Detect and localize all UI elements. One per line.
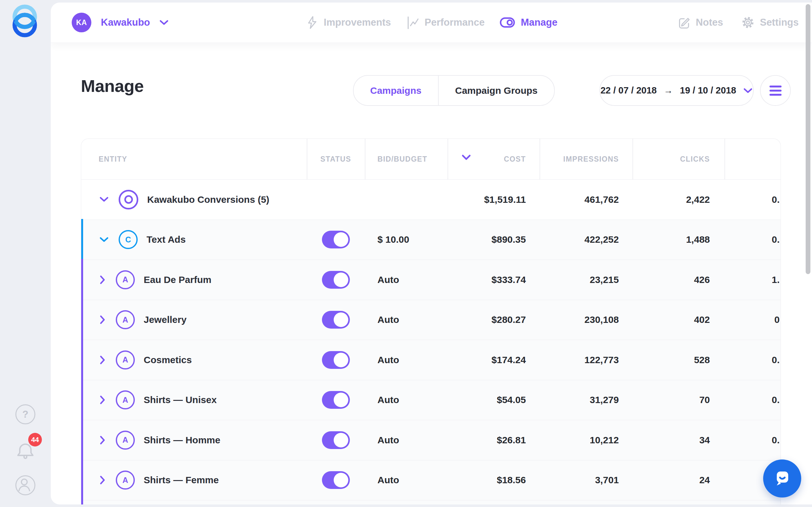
- selected-campaign-accent: [81, 219, 83, 259]
- hamburger-icon: [769, 86, 781, 88]
- extra-value: 1.: [724, 260, 780, 300]
- date-range-picker[interactable]: 22 / 07 / 2018 → 19 / 10 / 2018: [600, 75, 754, 106]
- cost-value: $26.81: [448, 420, 540, 460]
- table-row[interactable]: A Cosmetics Auto $174.24 122,773 528 0.: [81, 340, 780, 380]
- account-name: Kawakubo: [101, 17, 150, 28]
- impressions-value: 23,215: [540, 260, 632, 300]
- bid-value: Auto: [365, 300, 448, 340]
- clicks-value: 528: [632, 340, 724, 380]
- collapse-chevron-icon[interactable]: [100, 237, 108, 243]
- main-panel: KA Kawakubo Improvements: [51, 3, 812, 504]
- table-row[interactable]: A Jewellery Auto $280.27 230,108 402 0: [81, 300, 780, 340]
- adgroup-icon: A: [116, 310, 135, 329]
- extra-value: 0.: [724, 420, 780, 460]
- app-window: ? 44 KA Kawakubo: [0, 0, 812, 507]
- expand-chevron-icon[interactable]: [100, 275, 106, 284]
- entity-name: Shirts — Femme: [144, 475, 219, 486]
- bid-value: Auto: [365, 460, 448, 500]
- nav-actions: Notes Settings: [677, 15, 799, 30]
- adgroup-icon: A: [116, 270, 135, 289]
- status-toggle[interactable]: [322, 231, 350, 248]
- clicks-value: 426: [632, 260, 724, 300]
- table-row[interactable]: A Shirts — Homme Auto $26.81 10,212 34 0…: [81, 420, 780, 460]
- profile-button[interactable]: [15, 475, 36, 495]
- impressions-value: 31,279: [540, 380, 632, 420]
- tab-label: Improvements: [324, 17, 391, 28]
- impressions-value: 122,773: [540, 340, 632, 380]
- toggle-campaigns[interactable]: Campaigns: [354, 76, 438, 105]
- bid-value: Auto: [365, 340, 448, 380]
- status-toggle[interactable]: [322, 311, 350, 329]
- impressions-value: 422,252: [540, 220, 632, 260]
- help-button[interactable]: ?: [15, 404, 36, 424]
- cost-value: $890.35: [448, 220, 540, 260]
- tab-manage[interactable]: Manage: [499, 16, 557, 29]
- table-row[interactable]: A Shirts — Femme Auto $18.56 3,701 24: [81, 460, 780, 500]
- table-row[interactable]: A Shirts — Unisex Auto $54.05 31,279 70 …: [81, 380, 780, 420]
- impressions-value: 230,108: [540, 300, 632, 340]
- avatar: KA: [72, 13, 91, 32]
- chat-widget-button[interactable]: [763, 459, 801, 498]
- cost-value: $54.05: [448, 380, 540, 420]
- adgroup-icon: A: [116, 431, 135, 450]
- notifications-button[interactable]: 44: [15, 441, 36, 461]
- status-toggle[interactable]: [322, 471, 350, 489]
- expand-chevron-icon[interactable]: [100, 315, 106, 324]
- col-status: STATUS: [307, 139, 365, 179]
- toggle-campaign-groups[interactable]: Campaign Groups: [439, 76, 554, 105]
- tab-label: Manage: [521, 17, 557, 28]
- entity-name: Kawakubo Conversions (5): [147, 194, 269, 205]
- clicks-value: 24: [632, 460, 724, 500]
- table-row[interactable]: [81, 500, 780, 504]
- entity-name: Shirts — Unisex: [144, 395, 217, 405]
- account-switcher[interactable]: KA Kawakubo: [72, 13, 168, 32]
- table-row[interactable]: Kawakubo Conversions (5) $1,519.11 461,7…: [81, 179, 780, 220]
- bid-value: Auto: [365, 380, 448, 420]
- expand-chevron-icon[interactable]: [100, 436, 106, 445]
- toggle-icon: [499, 16, 516, 29]
- notes-pencil-icon: [677, 15, 691, 30]
- notes-button[interactable]: Notes: [677, 15, 723, 30]
- bid-value: [365, 180, 448, 220]
- table-row[interactable]: C Text Ads $ 10.00 $890.35 422,252 1,488…: [81, 220, 780, 260]
- collapse-chevron-icon[interactable]: [100, 196, 108, 203]
- sort-chevron-icon[interactable]: [461, 154, 471, 161]
- notification-badge: 44: [28, 433, 42, 447]
- adgroup-accent: [81, 259, 83, 504]
- clicks-value: 34: [632, 420, 724, 460]
- impressions-value: 461,762: [540, 180, 632, 220]
- cost-value: $1,519.11: [448, 180, 540, 220]
- tab-improvements[interactable]: Improvements: [305, 15, 391, 30]
- col-entity: ENTITY: [99, 139, 127, 179]
- table-options-button[interactable]: [760, 75, 791, 106]
- adgroup-icon: A: [116, 350, 135, 370]
- bid-value: $ 10.00: [365, 220, 448, 260]
- date-to: 19 / 10 / 2018: [680, 85, 736, 96]
- table-row[interactable]: A Eau De Parfum Auto $333.74 23,215 426 …: [81, 260, 780, 300]
- top-navbar: KA Kawakubo Improvements: [51, 3, 812, 43]
- scrollbar-thumb[interactable]: [806, 4, 810, 274]
- app-logo-icon[interactable]: [6, 2, 44, 40]
- chevron-down-icon: [743, 88, 753, 94]
- clicks-value: 1,488: [632, 220, 724, 260]
- tab-performance[interactable]: Performance: [405, 15, 485, 30]
- cost-value: $333.74: [448, 260, 540, 300]
- arrow-right-icon: →: [664, 85, 673, 96]
- col-cost: COST: [448, 139, 526, 179]
- cost-value: $174.24: [448, 340, 540, 380]
- adgroup-icon: A: [116, 390, 135, 409]
- status-toggle[interactable]: [322, 351, 350, 369]
- status-toggle[interactable]: [322, 391, 350, 409]
- extra-value: 0.: [724, 220, 780, 260]
- expand-chevron-icon[interactable]: [100, 395, 106, 404]
- clicks-value: 2,422: [632, 180, 724, 220]
- expand-chevron-icon[interactable]: [100, 475, 106, 485]
- expand-chevron-icon[interactable]: [100, 355, 106, 364]
- status-toggle[interactable]: [322, 431, 350, 449]
- settings-button[interactable]: Settings: [741, 15, 799, 30]
- action-label: Settings: [760, 17, 799, 28]
- col-bid: BID/BUDGET: [377, 139, 427, 179]
- nav-tabs: Improvements Performance Manage: [305, 15, 558, 30]
- status-toggle[interactable]: [322, 271, 350, 289]
- extra-value: 0.: [724, 180, 780, 220]
